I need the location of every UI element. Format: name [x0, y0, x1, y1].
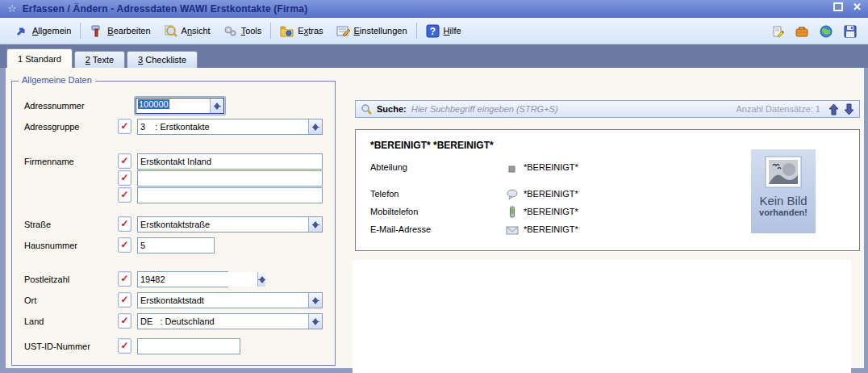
ort-field [137, 292, 323, 308]
adressgruppe-check-icon[interactable]: ✓ [118, 119, 131, 134]
close-icon[interactable]: ✕ [853, 2, 862, 11]
adressnummer-field[interactable]: 100000 [134, 96, 226, 115]
label-telefon: Telefon [370, 188, 399, 200]
ort-spinner[interactable] [308, 293, 322, 308]
postleitzahl-input[interactable] [138, 272, 257, 287]
land-input[interactable] [138, 314, 308, 329]
value-email: *BEREINIGT* [524, 224, 578, 236]
label-strasse: Straße [24, 216, 51, 233]
record-count: Anzahl Datensätze: 1 [736, 104, 820, 114]
label-firmenname: Firmenname [24, 153, 74, 170]
postleitzahl-spinner[interactable] [257, 272, 265, 287]
menu-separator [270, 23, 271, 39]
menu-item-ansicht[interactable]: Ansicht [157, 21, 217, 40]
magnifier-icon [164, 24, 177, 38]
envelope-icon [506, 224, 519, 237]
ort-input[interactable] [138, 293, 308, 308]
label-hausnummer: Hausnummer [24, 237, 77, 254]
land-spinner[interactable] [308, 314, 322, 329]
search-bar[interactable]: Suche: Anzahl Datensätze: 1 [355, 100, 860, 118]
window-border-left [0, 68, 6, 373]
label-ustid: UST-ID-Nummer [24, 338, 90, 354]
postleitzahl-check-icon[interactable]: ✓ [118, 271, 131, 287]
title-bar: ☆ Erfassen / Ändern - Adressdaten WAWI E… [0, 0, 868, 18]
adressnummer-input[interactable]: 100000 [136, 98, 210, 113]
previous-record-icon[interactable] [828, 103, 839, 115]
menu-separator [80, 23, 81, 39]
menu-item-extras[interactable]: Extras [273, 21, 329, 40]
strasse-check-icon[interactable]: ✓ [118, 216, 131, 232]
speech-bubble-icon [506, 188, 519, 200]
favorite-star-icon[interactable]: ☆ [7, 2, 17, 15]
briefcase-icon[interactable] [795, 25, 808, 38]
firmenname2-check-icon[interactable]: ✓ [118, 170, 131, 186]
menu-item-einstellungen[interactable]: Einstellungen [330, 21, 414, 40]
value-abteilung: *BEREINIGT* [524, 161, 578, 174]
label-mobiltelefon: Mobiltelefon [370, 206, 418, 218]
menu-item-tools[interactable]: Tools [217, 21, 269, 40]
save-icon[interactable] [844, 25, 857, 38]
firmenname1-check-icon[interactable]: ✓ [118, 153, 131, 169]
hammer-icon [90, 24, 103, 38]
gears-icon [223, 24, 237, 38]
hausnummer-input[interactable] [137, 237, 215, 254]
menu-item-allgemein[interactable]: Allgemein [8, 21, 77, 40]
ort-check-icon[interactable]: ✓ [118, 292, 131, 308]
no-image-placeholder: Kein Bild vorhanden! [751, 149, 816, 233]
menu-separator [416, 23, 417, 39]
search-icon [361, 103, 372, 115]
label-abteilung: Abteilung [370, 161, 407, 174]
arrow-up-right-icon [15, 24, 28, 38]
strasse-spinner[interactable] [308, 217, 322, 232]
adressgruppe-spinner[interactable] [308, 119, 322, 134]
no-image-text-1: Kein Bild [759, 194, 807, 207]
note-edit-icon[interactable] [771, 25, 784, 38]
record-detail-panel: *BEREINIGT* *BEREINIGT* Abteilung *BEREI… [355, 129, 860, 251]
folder-icon [280, 24, 294, 38]
value-telefon: *BEREINIGT* [524, 188, 578, 200]
svg-text:?: ? [429, 26, 435, 37]
groupbox-title: Allgemeine Daten [19, 75, 95, 85]
tab-strip: 1 Standard 2 Texte 3 Checkliste [0, 44, 868, 68]
app-window: ☆ Erfassen / Ändern - Adressdaten WAWI E… [0, 0, 868, 373]
firmenname-input-3[interactable] [137, 187, 323, 203]
adressnummer-spinner[interactable] [210, 98, 223, 113]
ustid-input[interactable] [137, 338, 240, 354]
picture-icon [765, 156, 802, 188]
label-land: Land [24, 313, 44, 329]
tab-checkliste[interactable]: 3 Checkliste [127, 51, 198, 68]
strasse-input[interactable] [138, 217, 308, 232]
search-input[interactable] [411, 104, 732, 114]
window-border-right [864, 68, 868, 373]
label-email: E-Mail-Adresse [370, 224, 431, 236]
record-header: *BEREINIGT* *BEREINIGT* [370, 140, 494, 151]
settings-form-icon [336, 24, 350, 38]
menu-bar: Allgemein Bearbeiten Ansicht Tools Extra… [0, 18, 868, 44]
label-adressgruppe: Adressgruppe [24, 119, 80, 135]
adressgruppe-field [137, 119, 323, 135]
land-field [137, 313, 323, 329]
ustid-check-icon[interactable]: ✓ [118, 338, 131, 354]
bullet-square-icon [506, 163, 519, 175]
label-ort: Ort [24, 292, 36, 308]
mobile-phone-icon [506, 206, 519, 218]
menu-item-bearbeiten[interactable]: Bearbeiten [83, 21, 156, 40]
search-label: Suche: [377, 104, 407, 114]
hausnummer-check-icon[interactable]: ✓ [118, 237, 131, 253]
land-check-icon[interactable]: ✓ [118, 313, 131, 329]
strasse-field [137, 216, 323, 233]
postleitzahl-field [137, 271, 228, 287]
no-image-text-2: vorhanden! [759, 207, 807, 217]
firmenname-input-2[interactable] [137, 170, 323, 186]
menu-item-hilfe[interactable]: ? Hilfe [419, 21, 468, 40]
firmenname-input-1[interactable] [137, 153, 323, 170]
adressgruppe-input[interactable] [138, 119, 308, 134]
window-title: Erfassen / Ändern - Adressdaten WAWI Ers… [23, 3, 308, 15]
value-mobiltelefon: *BEREINIGT* [524, 206, 578, 218]
tab-texte[interactable]: 2 Texte [74, 51, 125, 68]
restore-window-icon[interactable] [833, 2, 843, 11]
next-record-icon[interactable] [844, 103, 854, 115]
firmenname3-check-icon[interactable]: ✓ [118, 187, 131, 203]
globe-icon[interactable] [820, 25, 833, 38]
tab-standard[interactable]: 1 Standard [6, 48, 73, 68]
